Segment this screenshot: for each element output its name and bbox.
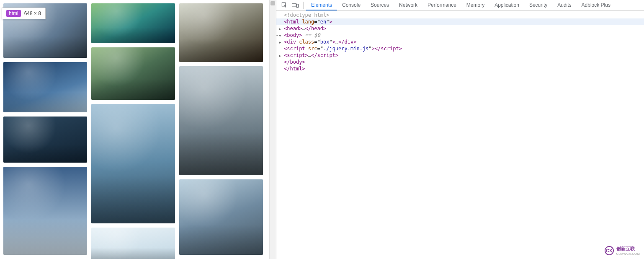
scrollbar-thumb[interactable] xyxy=(270,1,275,5)
tab-application[interactable]: Application xyxy=(489,0,524,10)
image-masonry xyxy=(0,0,276,259)
inspect-element-button[interactable] xyxy=(279,0,290,10)
watermark-sub: CDXWCX.COM xyxy=(616,252,640,256)
tab-sources[interactable]: Sources xyxy=(366,0,394,10)
page-scrollbar[interactable] xyxy=(269,0,276,259)
tab-audits[interactable]: Audits xyxy=(552,0,576,10)
tab-network[interactable]: Network xyxy=(394,0,422,10)
masonry-column xyxy=(91,3,175,259)
tab-performance[interactable]: Performance xyxy=(422,0,461,10)
tab-elements[interactable]: Elements xyxy=(306,0,337,10)
dom-tree[interactable]: <!doctype html><html lang="en">▶<head>…<… xyxy=(276,11,644,259)
element-dimensions-tooltip: html 648 × 8 xyxy=(2,8,46,19)
dom-line-script-inline[interactable]: ▶<script>…</script> xyxy=(276,52,644,59)
tab-security[interactable]: Security xyxy=(524,0,552,10)
tab-memory[interactable]: Memory xyxy=(461,0,489,10)
scrollbar-track xyxy=(270,0,276,259)
dom-line-head[interactable]: ▶<head>…</head> xyxy=(276,25,644,32)
dom-line-script-src[interactable]: <script src="./jquery.min.js"></script> xyxy=(276,45,644,52)
dom-line-html-open[interactable]: <html lang="en"> xyxy=(276,18,644,25)
tab-adblock-plus[interactable]: Adblock Plus xyxy=(577,0,616,10)
image-thumbnail[interactable] xyxy=(91,228,175,259)
image-thumbnail[interactable] xyxy=(3,167,87,255)
image-thumbnail[interactable] xyxy=(91,47,175,100)
image-thumbnail[interactable] xyxy=(3,62,87,112)
toolbar-separator xyxy=(303,2,304,9)
image-thumbnail[interactable] xyxy=(179,66,263,175)
dom-line-html-close[interactable]: </html> xyxy=(276,65,644,72)
masonry-column xyxy=(179,3,263,259)
image-thumbnail[interactable] xyxy=(179,3,263,62)
rendered-page-panel: html 648 × 8 xyxy=(0,0,276,259)
devtools-toolbar: ElementsConsoleSourcesNetworkPerformance… xyxy=(276,0,644,11)
dom-line-div-box[interactable]: ▶<div class="box">…</div> xyxy=(276,39,644,45)
watermark-text: 创新互联 xyxy=(616,246,640,252)
svg-rect-2 xyxy=(296,4,298,7)
device-toolbar-button[interactable] xyxy=(290,0,301,10)
watermark-glyph: CX xyxy=(605,246,614,255)
image-thumbnail[interactable] xyxy=(3,117,87,163)
inspect-icon xyxy=(281,2,288,8)
devtools-panel: ElementsConsoleSourcesNetworkPerformance… xyxy=(276,0,644,259)
tooltip-dimensions: 648 × 8 xyxy=(24,10,41,16)
devtools-tabs: ElementsConsoleSourcesNetworkPerformance… xyxy=(306,0,616,10)
svg-rect-1 xyxy=(292,3,296,7)
tab-console[interactable]: Console xyxy=(337,0,366,10)
dom-line-body-close[interactable]: </body> xyxy=(276,59,644,65)
image-thumbnail[interactable] xyxy=(179,179,263,255)
dom-line-doctype[interactable]: <!doctype html> xyxy=(276,12,644,18)
image-thumbnail[interactable] xyxy=(91,104,175,223)
watermark: CX 创新互联 CDXWCX.COM xyxy=(605,246,640,256)
dom-line-body-open[interactable]: ⋯▼<body> == $0 xyxy=(276,32,644,39)
image-thumbnail[interactable] xyxy=(91,3,175,43)
masonry-column xyxy=(3,3,87,259)
watermark-text-wrap: 创新互联 CDXWCX.COM xyxy=(616,246,640,256)
device-icon xyxy=(292,3,299,8)
tooltip-tag: html xyxy=(6,10,21,17)
